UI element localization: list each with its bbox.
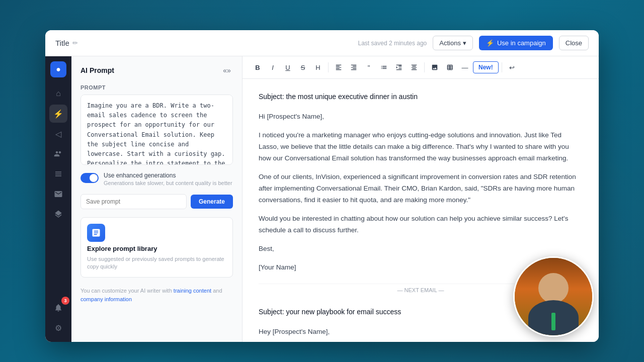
undo-button[interactable]: ↩: [505, 60, 519, 74]
document-title: Title: [55, 39, 69, 47]
prompt-textarea[interactable]: Imagine you are a BDR. Write a two-email…: [80, 95, 233, 165]
person-head: [538, 273, 569, 303]
image-button[interactable]: [428, 60, 442, 74]
bold-button[interactable]: B: [251, 60, 265, 74]
collapse-button[interactable]: «»: [221, 64, 233, 76]
panel-title: AI Prompt: [80, 66, 114, 74]
header-right: Last saved 2 minutes ago Actions ▾ ⚡ Use…: [358, 36, 589, 50]
use-in-campaign-button[interactable]: ⚡ Use in campaign: [479, 36, 553, 50]
explore-title: Explore prompt library: [87, 245, 157, 252]
company-information-link[interactable]: company information: [80, 296, 132, 302]
notification-badge: 3: [61, 297, 69, 305]
campaign-icon: ⚡: [486, 39, 494, 47]
side-nav: ● ⌂ ⚡ ◁ 3 ⚙: [45, 56, 71, 342]
edit-title-icon[interactable]: ✏: [72, 39, 78, 47]
blockquote-button[interactable]: ": [362, 60, 376, 74]
sidebar-item-chart[interactable]: [49, 165, 67, 183]
toggle-label-text: Use enhanced generations: [104, 172, 232, 179]
save-prompt-input[interactable]: [80, 194, 187, 209]
explore-prompt-library-card[interactable]: Explore prompt library Use suggested or …: [80, 217, 233, 278]
enhanced-generations-row: Use enhanced generations Generations tak…: [71, 165, 242, 188]
divider-button[interactable]: —: [458, 60, 472, 74]
toolbar-separator-3: [502, 62, 502, 72]
toggle-sublabel: Generations take slower, but content qua…: [104, 180, 232, 186]
sidebar-item-layers[interactable]: [49, 205, 67, 223]
chevron-down-icon: ▾: [463, 39, 466, 47]
indent-button[interactable]: [392, 60, 406, 74]
email1-body[interactable]: Hi [Prospect's Name], I noticed you're a…: [259, 111, 583, 273]
explore-icon: [87, 224, 105, 242]
email1-para3: Would you be interested in chatting abou…: [259, 213, 583, 236]
sidebar-item-mail[interactable]: [49, 185, 67, 203]
align-left-button[interactable]: [332, 60, 346, 74]
table-button[interactable]: [443, 60, 457, 74]
explore-sub: Use suggested or previously saved prompt…: [87, 255, 226, 271]
left-panel: AI Prompt «» Prompt Imagine you are a BD…: [71, 56, 243, 342]
header: Title ✏ Last saved 2 minutes ago Actions…: [45, 30, 599, 56]
heading-button[interactable]: H: [311, 60, 325, 74]
align-center-button[interactable]: [407, 60, 421, 74]
email1-closing: Best,: [259, 243, 583, 255]
toolbar-separator-2: [424, 62, 425, 72]
toolbar-separator-1: [328, 62, 329, 72]
email1-para1: I noticed you're a marketing manager who…: [259, 130, 583, 164]
actions-button[interactable]: Actions ▾: [433, 36, 473, 50]
sidebar-item-send[interactable]: ◁: [49, 125, 67, 143]
strikethrough-button[interactable]: S: [296, 60, 310, 74]
person-tie: [551, 313, 555, 330]
sidebar-item-people[interactable]: [49, 145, 67, 163]
editor-toolbar: B I U S H ": [243, 56, 599, 79]
header-title-area: Title ✏: [55, 39, 358, 47]
enhanced-generations-toggle[interactable]: [80, 173, 99, 183]
email1-greeting: Hi [Prospect's Name],: [259, 111, 583, 123]
sidebar-item-home[interactable]: ⌂: [49, 84, 67, 103]
italic-button[interactable]: I: [266, 60, 280, 74]
new-feature-button[interactable]: New!: [473, 61, 499, 73]
sidebar-item-settings[interactable]: ⚙: [49, 319, 67, 337]
sidebar-item-notifications[interactable]: 3: [49, 299, 67, 317]
align-right-button[interactable]: [347, 60, 361, 74]
email1-para2: One of our clients, InVision, experience…: [259, 171, 583, 206]
nav-logo[interactable]: ●: [50, 61, 66, 77]
sidebar-item-bolt[interactable]: ⚡: [49, 105, 67, 123]
save-generate-row: Generate: [71, 188, 242, 215]
last-saved-label: Last saved 2 minutes ago: [358, 40, 427, 47]
customize-note: You can customize your AI writer with tr…: [71, 280, 242, 311]
training-content-link[interactable]: training content: [174, 288, 211, 294]
person-body: [528, 300, 579, 335]
prompt-section-label: Prompt: [71, 82, 242, 95]
close-button[interactable]: Close: [559, 36, 589, 50]
video-person: [515, 258, 592, 335]
email1-subject: Subject: the most unique executive dinne…: [259, 91, 583, 102]
list-button[interactable]: [377, 60, 391, 74]
video-overlay: [513, 256, 594, 337]
generate-button[interactable]: Generate: [191, 195, 233, 209]
left-panel-header: AI Prompt «»: [71, 56, 242, 82]
underline-button[interactable]: U: [281, 60, 295, 74]
